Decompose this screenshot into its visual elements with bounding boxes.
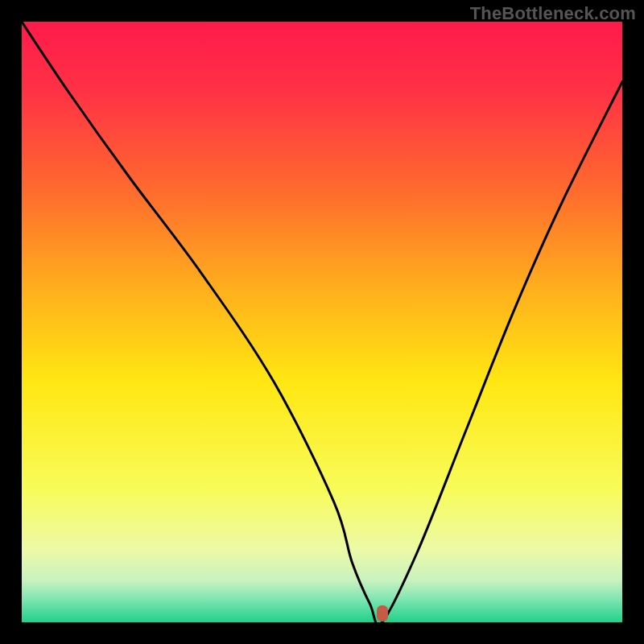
chart-root: TheBottleneck.com [0, 0, 644, 644]
gradient-background [22, 22, 622, 622]
plot-area [22, 22, 622, 622]
minimum-marker [377, 605, 388, 621]
watermark-text: TheBottleneck.com [470, 3, 636, 24]
plot-svg [22, 22, 622, 622]
